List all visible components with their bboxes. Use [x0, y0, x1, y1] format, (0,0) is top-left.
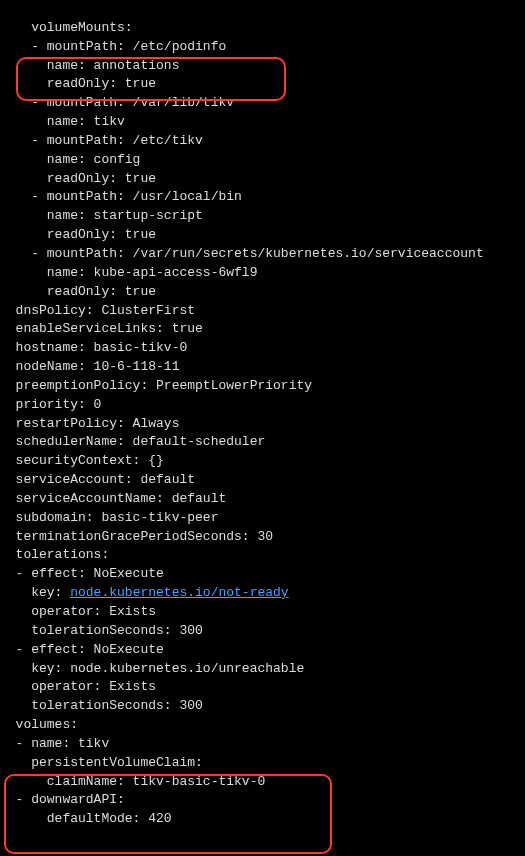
yaml-line: volumes:: [0, 717, 78, 732]
yaml-line: terminationGracePeriodSeconds: 30: [0, 529, 273, 544]
yaml-line: - downwardAPI:: [0, 792, 125, 807]
yaml-line: readOnly: true: [0, 227, 156, 242]
yaml-line: name: startup-script: [0, 208, 203, 223]
yaml-line: hostname: basic-tikv-0: [0, 340, 187, 355]
yaml-line: name: config: [0, 152, 140, 167]
yaml-line: tolerations:: [0, 547, 109, 562]
yaml-line: readOnly: true: [0, 284, 156, 299]
yaml-line: - mountPath: /etc/podinfo: [0, 39, 226, 54]
yaml-line: name: tikv: [0, 114, 125, 129]
yaml-line: defaultMode: 420: [0, 811, 172, 826]
yaml-line: name: annotations: [0, 58, 179, 73]
yaml-line: - mountPath: /etc/tikv: [0, 133, 203, 148]
yaml-line: subdomain: basic-tikv-peer: [0, 510, 218, 525]
yaml-line: - mountPath: /usr/local/bin: [0, 189, 242, 204]
yaml-line: securityContext: {}: [0, 453, 164, 468]
yaml-code-block: volumeMounts: - mountPath: /etc/podinfo …: [0, 0, 525, 856]
yaml-line: schedulerName: default-scheduler: [0, 434, 265, 449]
yaml-line: volumeMounts:: [0, 20, 133, 35]
yaml-line: name: kube-api-access-6wfl9: [0, 265, 257, 280]
yaml-line: - effect: NoExecute: [0, 642, 164, 657]
yaml-line: - mountPath: /var/run/secrets/kubernetes…: [0, 246, 484, 261]
yaml-line: readOnly: true: [0, 76, 156, 91]
yaml-line: serviceAccount: default: [0, 472, 195, 487]
yaml-line: tolerationSeconds: 300: [0, 698, 203, 713]
taint-key-link[interactable]: node.kubernetes.io/not-ready: [70, 585, 288, 600]
yaml-line: key: node.kubernetes.io/unreachable: [0, 661, 304, 676]
yaml-line: claimName: tikv-basic-tikv-0: [0, 774, 265, 789]
yaml-key-prefix: key:: [0, 585, 70, 600]
yaml-line: nodeName: 10-6-118-11: [0, 359, 179, 374]
yaml-line: persistentVolumeClaim:: [0, 755, 203, 770]
yaml-line: dnsPolicy: ClusterFirst: [0, 303, 195, 318]
yaml-line: preemptionPolicy: PreemptLowerPriority: [0, 378, 312, 393]
yaml-line: - name: tikv: [0, 736, 109, 751]
yaml-line: - effect: NoExecute: [0, 566, 164, 581]
yaml-line: enableServiceLinks: true: [0, 321, 203, 336]
yaml-line: operator: Exists: [0, 679, 156, 694]
yaml-line: tolerationSeconds: 300: [0, 623, 203, 638]
yaml-line: priority: 0: [0, 397, 101, 412]
yaml-line: readOnly: true: [0, 171, 156, 186]
yaml-line: restartPolicy: Always: [0, 416, 179, 431]
yaml-line: key: node.kubernetes.io/not-ready: [0, 585, 289, 600]
yaml-line: serviceAccountName: default: [0, 491, 226, 506]
yaml-line: operator: Exists: [0, 604, 156, 619]
yaml-line: - mountPath: /var/lib/tikv: [0, 95, 234, 110]
